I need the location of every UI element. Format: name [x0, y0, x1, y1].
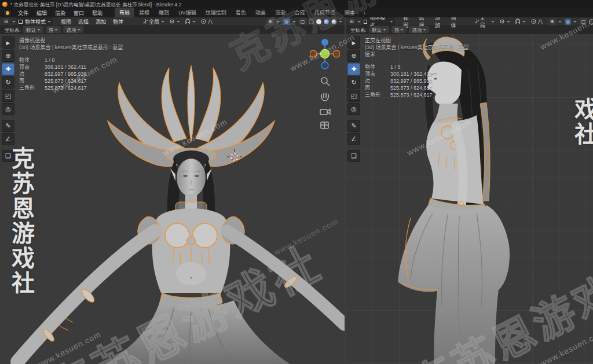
mode-label: 物体模式: [25, 18, 46, 25]
snap-toggle[interactable]: [183, 18, 197, 25]
tab-animation[interactable]: 动画: [251, 8, 270, 18]
tool-transform[interactable]: ◎: [2, 103, 14, 115]
tool-rotate[interactable]: ↻: [2, 76, 14, 89]
axis-x-negative[interactable]: [310, 50, 317, 57]
show-overlays-toggle[interactable]: ◍: [283, 19, 290, 25]
tab-modeling[interactable]: 建模: [134, 8, 154, 18]
blender-logo-menu-icon[interactable]: [3, 9, 12, 16]
options-dropdown[interactable]: 选项: [409, 26, 429, 33]
tool-orientation-dropdown[interactable]: 默认: [369, 26, 389, 33]
snap-toggle[interactable]: [513, 18, 528, 25]
proportional-editing-toggle[interactable]: [529, 18, 545, 25]
pivot-icon: [169, 19, 175, 24]
menu-select[interactable]: 选择: [75, 17, 92, 26]
viewport-canvas-side[interactable]: 正交左视图 (30) 场景集合 | kesuen美杜莎成品基形 : 基型 厘米 …: [346, 34, 593, 364]
pivot-point-dropdown[interactable]: [497, 18, 512, 25]
view-name: 正交左视图: [365, 37, 468, 44]
tool-rotate[interactable]: ↻: [347, 76, 360, 89]
proportional-circle-icon: [530, 19, 537, 24]
skirt[interactable]: [103, 300, 291, 364]
tab-compositing[interactable]: 合成: [290, 8, 310, 18]
proportional-editing-toggle[interactable]: [199, 18, 215, 25]
tab-scripting[interactable]: 脚本: [340, 8, 360, 18]
tool-cursor[interactable]: ⊕: [2, 50, 14, 62]
axis-x-positive[interactable]: [333, 50, 340, 57]
transform-orientation-dropdown[interactable]: 全局: [473, 17, 496, 30]
show-gizmo-toggle[interactable]: ✥: [266, 19, 274, 25]
perspective-toggle-icon[interactable]: [321, 122, 328, 128]
tab-sculpting[interactable]: 雕刻: [154, 8, 174, 18]
show-gizmo-toggle[interactable]: ✥: [549, 19, 556, 25]
xray-toggle[interactable]: ▢: [580, 19, 587, 25]
menu-window[interactable]: 窗口: [69, 8, 88, 18]
tool-move[interactable]: ✚: [347, 63, 360, 75]
pivot-point-dropdown[interactable]: [167, 18, 182, 25]
add-workspace-button[interactable]: +: [360, 9, 369, 17]
camera-view-icon[interactable]: [320, 109, 330, 115]
tool-annotate[interactable]: ✎: [2, 120, 14, 132]
tool-snap-dropdown[interactable]: 热: [46, 26, 61, 33]
tool-add-cube[interactable]: ❏: [347, 150, 360, 162]
navigation-gizmo[interactable]: [310, 36, 340, 131]
tab-layout[interactable]: 布局: [115, 8, 134, 18]
viewport-menus: 视图 选择 添加 物体: [57, 17, 127, 26]
orientation-axes-icon: [474, 19, 479, 24]
options-dropdown[interactable]: 选项: [63, 26, 83, 33]
editor-type-icon[interactable]: ⊞: [348, 19, 355, 25]
tool-scale[interactable]: ◰: [2, 90, 14, 102]
viewport-info-right: 正交左视图 (30) 场景集合 | kesuen美杜莎成品基形 : 基型 厘米 …: [365, 37, 468, 98]
editor-type-icon[interactable]: ⊞: [2, 19, 10, 25]
viewport-info-left: 摄像机透视 (30) 场景集合 | kesuen美杜莎成品基形 : 基型 物体1…: [19, 37, 123, 91]
menu-add[interactable]: 添加: [431, 17, 447, 30]
tab-rendering[interactable]: 渲染: [270, 8, 290, 18]
tool-move[interactable]: ✚: [2, 63, 14, 75]
pivot-icon: [499, 19, 505, 24]
magnet-icon: [515, 19, 521, 24]
tool-cursor[interactable]: ⊕: [347, 50, 360, 62]
tool-snap-dropdown[interactable]: 热: [391, 26, 407, 33]
viewport-front: ⊞ 物体模式 视图 选择 添加 物体 全局: [0, 17, 345, 364]
view-name: 摄像机透视: [19, 37, 123, 44]
pan-hand-icon[interactable]: [321, 93, 328, 101]
shading-wireframe-button[interactable]: [309, 19, 314, 24]
menu-help[interactable]: 帮助: [88, 8, 107, 18]
menu-edit[interactable]: 编辑: [32, 8, 51, 18]
tab-shading[interactable]: 着色: [231, 8, 251, 18]
axis-z-negative[interactable]: [321, 62, 328, 69]
axis-y-front[interactable]: [321, 50, 330, 58]
tab-geometry-nodes[interactable]: 几何节点: [310, 8, 340, 18]
tool-measure[interactable]: ∠: [2, 133, 14, 145]
menu-view[interactable]: 视图: [57, 17, 75, 26]
menu-object[interactable]: 物体: [447, 17, 463, 30]
xray-toggle[interactable]: ▢: [299, 19, 306, 25]
tool-scale[interactable]: ◰: [347, 90, 360, 102]
mode-dropdown[interactable]: 物体模式: [17, 17, 53, 26]
menu-file[interactable]: 文件: [14, 8, 32, 18]
shading-material-button[interactable]: [324, 19, 329, 24]
skirt-side[interactable]: [398, 205, 510, 364]
shading-rendered-button[interactable]: [331, 19, 336, 24]
tool-measure[interactable]: ∠: [347, 133, 360, 145]
shading-solid-button[interactable]: [316, 19, 321, 24]
show-overlays-toggle[interactable]: ◍: [565, 19, 572, 25]
tool-transform[interactable]: ◎: [347, 103, 360, 115]
menu-render[interactable]: 渲染: [51, 8, 69, 18]
proportional-circle-icon: [200, 19, 207, 24]
tab-uv-editing[interactable]: UV编辑: [174, 8, 201, 18]
viewport-canvas-front[interactable]: 摄像机透视 (30) 场景集合 | kesuen美杜莎成品基形 : 基型 物体1…: [0, 34, 345, 364]
tool-select-box[interactable]: ►: [2, 36, 14, 49]
tool-orientation-dropdown[interactable]: 默认: [23, 26, 43, 33]
zoom-icon[interactable]: [321, 78, 330, 86]
tool-settings-bar-right: 坐标系: 默认 热 选项: [346, 26, 593, 34]
object-mode-icon: [19, 20, 23, 24]
tab-texture-paint[interactable]: 纹理绘制: [201, 8, 231, 18]
menu-add[interactable]: 添加: [92, 17, 109, 26]
tool-annotate[interactable]: ✎: [347, 120, 360, 132]
transform-orientation-dropdown[interactable]: 全局: [141, 17, 166, 26]
menu-object[interactable]: 物体: [109, 17, 127, 26]
axis-z-positive[interactable]: [321, 39, 328, 46]
statistics: 物体1 / 8 顶点308,181 / 362,411 边832,997 / 9…: [365, 64, 468, 98]
tool-add-cube[interactable]: ❏: [2, 150, 14, 162]
tool-select-box[interactable]: ►: [347, 36, 360, 49]
shading-wireframe-button[interactable]: [589, 19, 593, 24]
